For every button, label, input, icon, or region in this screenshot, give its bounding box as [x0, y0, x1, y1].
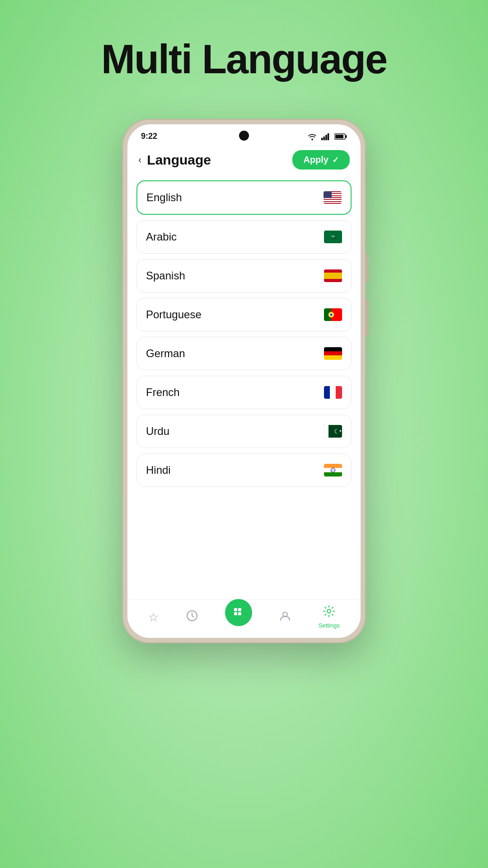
- svg-rect-20: [324, 472, 342, 476]
- svg-rect-6: [335, 135, 343, 138]
- favorites-icon: ☆: [148, 610, 159, 624]
- language-item-german[interactable]: German: [136, 337, 352, 370]
- language-page-title: Language: [147, 152, 211, 168]
- language-name-arabic: Arabic: [146, 231, 177, 243]
- nav-item-favorites[interactable]: ☆: [148, 610, 159, 624]
- svg-rect-27: [238, 612, 241, 615]
- apply-button[interactable]: Apply ✓: [292, 150, 350, 170]
- wifi-icon: [307, 132, 317, 141]
- apply-label: Apply: [303, 155, 328, 165]
- language-name-spanish: Spanish: [146, 269, 185, 282]
- svg-point-22: [333, 470, 333, 471]
- page-title: Multi Language: [101, 36, 387, 83]
- apply-checkmark-icon: ✓: [332, 155, 339, 165]
- svg-rect-0: [321, 137, 323, 140]
- battery-icon: [334, 133, 347, 140]
- profile-icon: [279, 610, 291, 625]
- svg-rect-15: [324, 425, 328, 438]
- nav-item-settings[interactable]: Settings: [319, 605, 340, 629]
- svg-rect-3: [328, 133, 329, 140]
- nav-center-button[interactable]: [225, 599, 252, 626]
- language-item-spanish[interactable]: Spanish: [136, 259, 352, 292]
- flag-de: [324, 347, 342, 360]
- svg-rect-25: [238, 608, 241, 611]
- language-item-french[interactable]: French: [136, 376, 352, 409]
- signal-icon: [321, 132, 331, 141]
- bottom-nav: ☆: [127, 599, 361, 638]
- language-item-urdu[interactable]: Urdu ☾ ✦: [136, 415, 352, 448]
- settings-label: Settings: [319, 622, 340, 629]
- svg-point-13: [330, 314, 333, 316]
- flag-sa: 🇸🇦: [324, 231, 342, 243]
- flag-pk: ☾ ✦: [324, 425, 342, 438]
- side-button-1: [366, 255, 369, 282]
- flag-es: [324, 269, 342, 282]
- status-icons: [307, 132, 347, 141]
- nav-item-history[interactable]: [186, 610, 198, 625]
- language-list: English Arabic 🇸🇦 Spanish: [127, 177, 361, 599]
- svg-rect-26: [234, 612, 237, 615]
- svg-rect-18: [324, 464, 342, 468]
- flag-fr: [324, 386, 342, 399]
- svg-rect-2: [325, 135, 327, 140]
- side-button-2: [366, 300, 369, 336]
- language-name-urdu: Urdu: [146, 425, 169, 438]
- svg-text:🇸🇦: 🇸🇦: [330, 233, 337, 240]
- language-item-arabic[interactable]: Arabic 🇸🇦: [136, 220, 352, 254]
- language-name-french: French: [146, 386, 180, 399]
- svg-text:✦: ✦: [339, 429, 342, 433]
- settings-icon: [323, 605, 335, 620]
- language-name-portuguese: Portuguese: [146, 308, 202, 321]
- language-name-german: German: [146, 347, 185, 360]
- flag-in: [324, 464, 342, 476]
- phone-screen: 9:22: [127, 124, 361, 638]
- language-name-english: English: [146, 191, 182, 204]
- phone-frame: 9:22: [122, 119, 366, 643]
- svg-point-29: [327, 609, 331, 613]
- svg-rect-5: [346, 135, 347, 138]
- topbar: ‹ Language Apply ✓: [127, 145, 361, 177]
- language-item-portuguese[interactable]: Portuguese: [136, 298, 352, 331]
- camera-notch: [239, 131, 249, 141]
- back-button[interactable]: ‹: [138, 154, 141, 166]
- flag-us: [324, 191, 342, 204]
- grid-icon: [233, 607, 244, 618]
- language-name-hindi: Hindi: [146, 464, 171, 476]
- history-icon: [186, 610, 198, 625]
- svg-rect-24: [234, 608, 237, 611]
- phone-mockup: 9:22: [122, 119, 366, 643]
- status-time: 9:22: [141, 132, 157, 141]
- flag-pt: [324, 308, 342, 321]
- nav-item-profile[interactable]: [279, 610, 291, 625]
- topbar-left: ‹ Language: [138, 152, 211, 168]
- status-bar: 9:22: [127, 124, 361, 145]
- svg-rect-1: [324, 137, 325, 140]
- language-item-english[interactable]: English: [136, 180, 352, 215]
- language-item-hindi[interactable]: Hindi: [136, 453, 352, 487]
